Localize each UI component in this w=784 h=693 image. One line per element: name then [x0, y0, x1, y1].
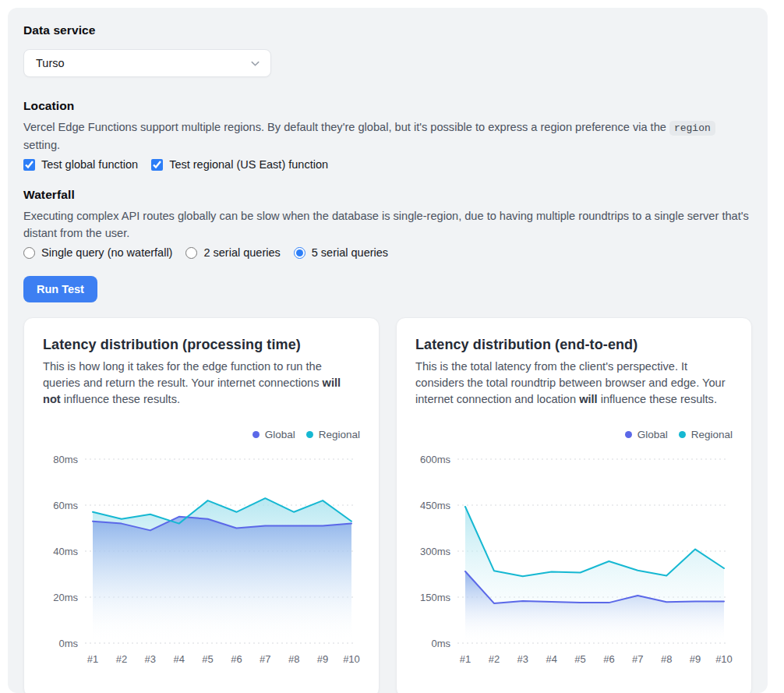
region-code-chip: region — [669, 121, 715, 136]
svg-text:40ms: 40ms — [53, 546, 78, 557]
svg-text:#9: #9 — [317, 653, 328, 665]
chevron-down-icon — [249, 58, 261, 69]
svg-text:#5: #5 — [574, 653, 585, 665]
svg-text:#9: #9 — [690, 653, 701, 665]
svg-text:#3: #3 — [145, 653, 156, 665]
legend-item-regional: Regional — [679, 429, 733, 440]
radio-label-single-query[interactable]: Single query (no waterfall) — [23, 246, 172, 259]
processing-time-chart: 0ms20ms40ms60ms80ms#1#2#3#4#5#6#7#8#9#10 — [43, 447, 362, 671]
end-to-end-card: Latency distribution (end-to-end) This i… — [396, 317, 752, 693]
svg-text:300ms: 300ms — [420, 546, 451, 557]
charts-row: Latency distribution (processing time) T… — [23, 317, 752, 693]
waterfall-description: Executing complex API routes globally ca… — [23, 208, 752, 242]
e2e-desc-suffix: influence these results. — [598, 393, 717, 405]
svg-text:#6: #6 — [603, 653, 614, 665]
legend-global-label: Global — [265, 429, 295, 440]
two-serial-queries-radio-text: 2 serial queries — [203, 246, 280, 259]
svg-text:0ms: 0ms — [58, 638, 78, 649]
processing-time-card-description: This is how long it takes for the edge f… — [43, 359, 360, 408]
svg-text:#5: #5 — [202, 653, 213, 665]
svg-text:80ms: 80ms — [53, 454, 78, 465]
svg-text:60ms: 60ms — [53, 500, 78, 511]
waterfall-heading: Waterfall — [23, 188, 752, 202]
regional-series-dot-icon — [679, 431, 686, 438]
end-to-end-chart: 0ms150ms300ms450ms600ms#1#2#3#4#5#6#7#8#… — [415, 447, 735, 671]
svg-text:#8: #8 — [661, 653, 672, 665]
svg-text:#2: #2 — [489, 653, 500, 665]
two-serial-queries-radio[interactable] — [185, 247, 197, 259]
single-query-radio[interactable] — [23, 247, 35, 259]
end-to-end-card-description: This is the total latency from the clien… — [415, 359, 733, 408]
processing-desc-suffix: influence these results. — [61, 393, 180, 405]
data-service-selected-value: Turso — [36, 57, 65, 69]
regional-function-checkbox[interactable] — [151, 159, 163, 171]
svg-text:#7: #7 — [632, 653, 643, 665]
legend-regional-label: Regional — [691, 429, 733, 440]
svg-text:#6: #6 — [231, 653, 242, 665]
svg-text:#2: #2 — [116, 653, 127, 665]
svg-text:0ms: 0ms — [431, 638, 450, 649]
location-checkbox-row: Test global function Test regional (US E… — [23, 158, 752, 171]
svg-text:#7: #7 — [260, 653, 270, 665]
legend-item-global: Global — [625, 429, 668, 440]
svg-text:#8: #8 — [288, 653, 299, 665]
checkbox-label-regional-function[interactable]: Test regional (US East) function — [151, 158, 328, 171]
svg-text:600ms: 600ms — [420, 454, 451, 465]
end-to-end-card-title: Latency distribution (end-to-end) — [415, 337, 733, 353]
global-series-dot-icon — [625, 431, 632, 438]
regional-series-dot-icon — [306, 431, 313, 438]
five-serial-queries-radio-text: 5 serial queries — [312, 246, 388, 259]
five-serial-queries-radio[interactable] — [294, 247, 305, 259]
global-function-checkbox-text: Test global function — [41, 158, 138, 171]
run-test-button[interactable]: Run Test — [23, 276, 97, 302]
location-heading: Location — [23, 99, 752, 113]
svg-text:#3: #3 — [517, 653, 528, 665]
global-series-dot-icon — [253, 431, 260, 438]
svg-text:150ms: 150ms — [420, 592, 451, 603]
waterfall-radio-row: Single query (no waterfall) 2 serial que… — [23, 246, 752, 259]
radio-label-5-serial-queries[interactable]: 5 serial queries — [294, 246, 388, 259]
end-to-end-chart-legend: Global Regional — [415, 429, 733, 440]
svg-text:#1: #1 — [87, 653, 98, 665]
location-description-text: Vercel Edge Functions support multiple r… — [23, 121, 669, 133]
svg-text:#10: #10 — [343, 653, 360, 665]
legend-global-label: Global — [637, 429, 668, 440]
regional-function-checkbox-text: Test regional (US East) function — [169, 158, 328, 171]
checkbox-label-global-function[interactable]: Test global function — [23, 158, 138, 171]
test-settings-panel: Data service Turso Location Vercel Edge … — [8, 8, 768, 693]
legend-item-regional: Regional — [306, 429, 360, 440]
global-function-checkbox[interactable] — [23, 159, 35, 171]
radio-label-2-serial-queries[interactable]: 2 serial queries — [185, 246, 280, 259]
location-description-suffix: setting. — [23, 139, 60, 151]
e2e-desc-bold: will — [579, 393, 598, 405]
processing-time-card-title: Latency distribution (processing time) — [43, 337, 360, 353]
legend-item-global: Global — [253, 429, 295, 440]
data-service-select[interactable]: Turso — [23, 49, 271, 77]
processing-desc-text: This is how long it takes for the edge f… — [43, 360, 323, 389]
svg-text:#10: #10 — [715, 653, 733, 665]
location-description: Vercel Edge Functions support multiple r… — [23, 119, 752, 154]
legend-regional-label: Regional — [319, 429, 360, 440]
svg-text:20ms: 20ms — [53, 592, 78, 603]
svg-text:#4: #4 — [546, 653, 556, 665]
svg-text:#4: #4 — [173, 653, 184, 665]
single-query-radio-text: Single query (no waterfall) — [41, 246, 172, 259]
svg-text:450ms: 450ms — [420, 500, 451, 511]
data-service-heading: Data service — [23, 23, 752, 37]
processing-chart-legend: Global Regional — [43, 429, 360, 440]
svg-text:#1: #1 — [460, 653, 471, 665]
processing-time-card: Latency distribution (processing time) T… — [23, 317, 380, 693]
